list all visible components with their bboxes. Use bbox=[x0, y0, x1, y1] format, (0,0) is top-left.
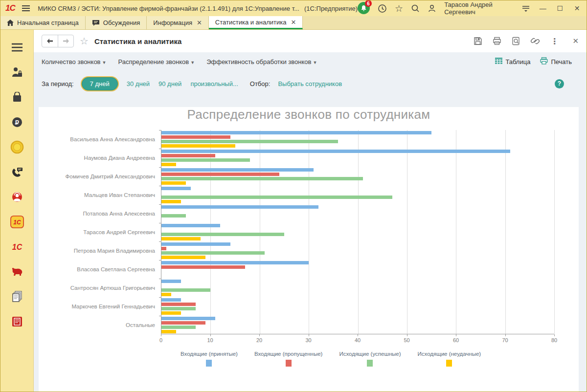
bar[interactable] bbox=[161, 140, 338, 143]
bar[interactable] bbox=[161, 173, 279, 176]
close-form-icon[interactable]: ✕ bbox=[572, 37, 579, 45]
bar[interactable] bbox=[161, 242, 230, 246]
print-icon[interactable] bbox=[492, 36, 502, 46]
help-button[interactable]: ? bbox=[555, 79, 564, 88]
bar-group bbox=[161, 186, 554, 204]
period-option-1[interactable]: 7 дней bbox=[82, 77, 118, 90]
bar[interactable] bbox=[161, 293, 171, 296]
bar[interactable] bbox=[161, 317, 215, 320]
coin-icon[interactable] bbox=[10, 140, 24, 154]
bar[interactable] bbox=[161, 224, 220, 227]
bar[interactable] bbox=[161, 237, 201, 240]
bar[interactable] bbox=[161, 247, 166, 250]
bar[interactable] bbox=[161, 265, 245, 269]
search-icon[interactable] bbox=[411, 3, 420, 13]
chevron-down-icon: ▼ bbox=[102, 60, 107, 65]
notifications-button[interactable]: 6 bbox=[358, 2, 370, 15]
report-menu-1[interactable]: Распределение звонков▼ bbox=[118, 58, 195, 65]
history-icon[interactable] bbox=[378, 3, 387, 13]
bar[interactable] bbox=[161, 214, 186, 218]
bar[interactable] bbox=[161, 307, 196, 310]
link-icon[interactable] bbox=[530, 36, 540, 46]
bar[interactable] bbox=[161, 256, 205, 259]
maximize-button[interactable]: ☐ bbox=[555, 4, 564, 12]
clients-icon[interactable] bbox=[10, 65, 24, 79]
favorites-star-icon[interactable]: ☆ bbox=[395, 3, 403, 13]
close-window-button[interactable]: ✕ bbox=[572, 4, 582, 12]
user-icon[interactable] bbox=[428, 3, 436, 13]
documents-icon[interactable] bbox=[10, 290, 24, 304]
report-menu-2[interactable]: Эффективность обработки звонков▼ bbox=[206, 58, 317, 65]
1c-start-icon[interactable]: 1С bbox=[10, 215, 24, 229]
bar[interactable] bbox=[161, 135, 230, 139]
bar[interactable] bbox=[161, 158, 250, 162]
more-actions-icon[interactable]: ⋮ bbox=[549, 36, 559, 46]
bar[interactable] bbox=[161, 200, 181, 203]
bull-icon[interactable] bbox=[10, 265, 24, 279]
preview-icon[interactable] bbox=[511, 36, 521, 46]
save-icon[interactable] bbox=[473, 36, 483, 46]
tab-информация[interactable]: Информация✕ bbox=[147, 16, 209, 29]
print-report-button[interactable]: Печать bbox=[540, 57, 572, 66]
bar[interactable] bbox=[161, 233, 284, 236]
x-tick-label: 40 bbox=[355, 337, 361, 343]
period-option-2[interactable]: 30 дней bbox=[127, 80, 150, 87]
notification-badge: 6 bbox=[365, 0, 372, 7]
menu-icon[interactable] bbox=[10, 41, 24, 54]
service-menu-icon[interactable] bbox=[521, 3, 530, 13]
bar-slot bbox=[161, 173, 554, 176]
tab-close-icon[interactable]: ✕ bbox=[197, 19, 202, 26]
bar[interactable] bbox=[161, 311, 181, 315]
bar[interactable] bbox=[161, 205, 318, 209]
bar[interactable] bbox=[161, 303, 196, 306]
catalog-icon[interactable] bbox=[10, 315, 24, 328]
period-option-4[interactable]: произвольный... bbox=[190, 80, 238, 87]
bar[interactable] bbox=[161, 150, 510, 153]
bar-group bbox=[161, 130, 554, 149]
current-user-name[interactable]: Тарасов Андрей Сергеевич bbox=[444, 1, 514, 16]
bar[interactable] bbox=[161, 251, 265, 255]
1c-logo-icon[interactable]: 1С bbox=[10, 240, 24, 254]
forward-button[interactable] bbox=[58, 35, 73, 47]
report-menu-0[interactable]: Количество звонков▼ bbox=[42, 58, 106, 65]
x-tick-label: 80 bbox=[551, 337, 557, 343]
bar[interactable] bbox=[161, 187, 191, 190]
bar[interactable] bbox=[161, 321, 205, 325]
bar-slot bbox=[161, 158, 554, 162]
bar[interactable] bbox=[161, 330, 176, 333]
bar[interactable] bbox=[161, 181, 186, 185]
ruble-icon[interactable]: Р bbox=[10, 115, 24, 129]
bar[interactable] bbox=[161, 326, 196, 329]
support-icon[interactable] bbox=[10, 190, 24, 204]
bar[interactable] bbox=[161, 154, 215, 157]
x-axis: 01020304050607080 bbox=[161, 334, 554, 345]
select-employees-link[interactable]: Выбрать сотрудников bbox=[278, 80, 342, 87]
tab-close-icon[interactable]: ✕ bbox=[291, 19, 296, 26]
x-tick bbox=[210, 334, 211, 336]
tab-статистика-и-аналитика[interactable]: Статистика и аналитика✕ bbox=[209, 16, 303, 29]
bar[interactable] bbox=[161, 288, 210, 292]
bar[interactable] bbox=[161, 131, 431, 134]
period-option-3[interactable]: 90 дней bbox=[158, 80, 181, 87]
bar[interactable] bbox=[161, 144, 235, 148]
add-to-favorites-icon[interactable]: ☆ bbox=[80, 35, 89, 47]
tab-обсуждения[interactable]: Обсуждения bbox=[86, 16, 147, 29]
bar-slot bbox=[161, 270, 554, 273]
bar[interactable] bbox=[161, 196, 392, 199]
bar[interactable] bbox=[161, 261, 309, 264]
calls-icon[interactable] bbox=[10, 165, 24, 179]
table-view-button[interactable]: Таблица bbox=[495, 58, 530, 65]
bar[interactable] bbox=[161, 298, 181, 302]
chart-panel: Распределение звонков по сотрудникам Вас… bbox=[39, 107, 579, 392]
minimize-button[interactable]: — bbox=[538, 4, 547, 12]
back-button[interactable] bbox=[42, 35, 58, 47]
bar[interactable] bbox=[161, 177, 363, 180]
bar[interactable] bbox=[161, 163, 176, 166]
main-menu-icon[interactable] bbox=[22, 4, 30, 13]
bar-slot bbox=[161, 196, 554, 199]
tab-начальная-страница[interactable]: Начальная страница bbox=[0, 16, 86, 29]
chart-area: Васильева Анна АлександровнаНаумова Диан… bbox=[48, 130, 569, 334]
bar[interactable] bbox=[161, 168, 314, 172]
purchases-icon[interactable] bbox=[10, 90, 24, 104]
bar[interactable] bbox=[161, 280, 181, 283]
